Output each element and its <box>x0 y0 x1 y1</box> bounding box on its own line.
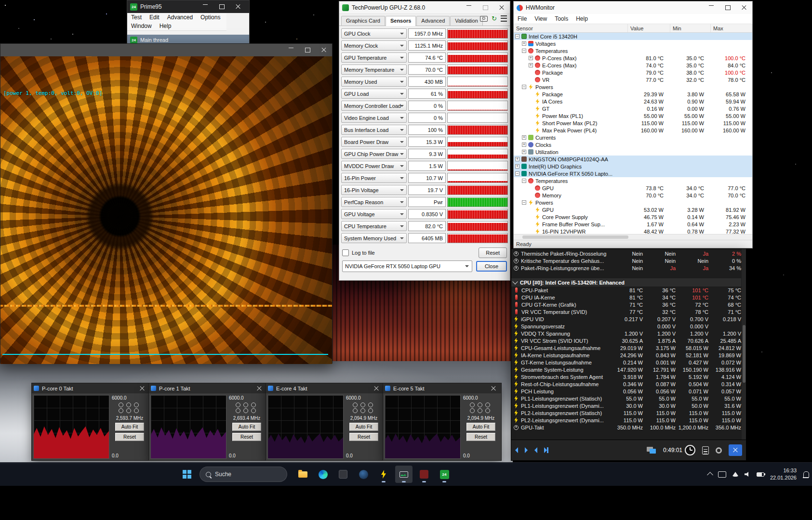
table-row[interactable]: Paket-/Ring-Leistungsgrenze übe... Nein … <box>511 264 746 272</box>
close-button[interactable] <box>136 383 148 393</box>
table-row[interactable]: GPU 73.8 °C 34.0 °C 77.0 °C <box>514 184 752 192</box>
layout-arrows-skip-icon[interactable] <box>534 446 547 454</box>
table-row[interactable]: Kritische Temperatur des Gehäus... Nein … <box>511 257 746 264</box>
hwmonitor-titlebar[interactable]: HWMonitor <box>514 1 752 14</box>
expand-toggle[interactable]: + <box>522 143 526 147</box>
expand-toggle[interactable]: − <box>522 85 526 89</box>
taskbar-app-hwinfo[interactable] <box>375 466 392 483</box>
taskbar-app-monitor[interactable] <box>395 466 413 483</box>
taskbar-app-edge[interactable] <box>314 466 332 483</box>
sensor-dropdown[interactable]: GPU Chip Power Draw <box>341 149 407 159</box>
expand-toggle[interactable]: − <box>522 49 526 53</box>
scrollbar-thumb[interactable] <box>743 325 745 383</box>
gear-icon[interactable] <box>716 447 722 454</box>
expand-toggle[interactable]: + <box>515 157 519 161</box>
table-row[interactable]: GT-Kerne Leistungsaufnahme 0.214 W 0.001… <box>511 359 746 366</box>
reset-button[interactable]: Reset <box>466 433 495 441</box>
sensor-dropdown[interactable]: Bus Interface Load <box>341 125 407 135</box>
series-selector[interactable] <box>236 403 258 413</box>
menu-item[interactable]: View <box>534 15 547 22</box>
wifi-icon[interactable] <box>732 472 739 477</box>
sensor-dropdown[interactable]: 16-Pin Power <box>341 173 407 183</box>
hidden-icons-chevron-icon[interactable] <box>707 472 713 478</box>
table-row[interactable]: IA Cores 24.63 W 0.90 W 59.94 W <box>514 98 752 105</box>
close-button[interactable] <box>729 444 742 456</box>
table-row[interactable]: − Temperatures <box>514 47 752 54</box>
scrollbar-thumb[interactable] <box>522 235 628 239</box>
volume-icon[interactable] <box>745 472 751 477</box>
taskbar-app-file-explorer[interactable] <box>294 466 311 483</box>
table-row[interactable]: + Currents <box>514 134 752 141</box>
taskbar-app-gpuz[interactable] <box>415 466 433 483</box>
sensor-dropdown[interactable]: 16-Pin Voltage <box>341 185 407 195</box>
menu-icon[interactable] <box>501 15 507 22</box>
table-row[interactable]: PL1-Leistungsgrenzwert (Dynami... 30.0 W… <box>511 402 746 409</box>
table-row[interactable]: Max Peak Power (PL4) 160.00 W 160.00 W 1… <box>514 127 752 134</box>
table-row[interactable]: VR VCC Strom (SVID IOUT) 30.625 A 1.875 … <box>511 337 746 344</box>
table-row[interactable]: CPU-Paket 81 °C 36 °C 101 °C 75 °C <box>511 286 746 294</box>
table-row[interactable]: VR VCC Temperatur (SVID) 77 °C 32 °C 78 … <box>511 308 746 315</box>
expand-toggle[interactable]: − <box>522 179 526 183</box>
sensor-dropdown[interactable]: GPU Clock <box>341 28 407 39</box>
table-row[interactable]: PL2-Leistungsgrenzwert (Dynami... 115.0 … <box>511 416 746 424</box>
horizontal-scrollbar[interactable] <box>514 234 752 240</box>
maximize-button[interactable] <box>299 48 316 52</box>
sensor-group-header[interactable]: CPU [#0]: Intel Core i5-13420H: Enhanced <box>511 278 741 286</box>
table-row[interactable]: − Powers <box>514 83 752 91</box>
table-row[interactable]: CPU IA-Kerne 81 °C 34 °C 101 °C 74 °C <box>511 294 746 301</box>
taskbar-app-prime95[interactable]: 24 <box>436 466 453 483</box>
vertical-scrollbar[interactable] <box>742 249 746 440</box>
menu-item[interactable]: Edit <box>149 14 160 21</box>
table-row[interactable]: Rest-of-Chip-Leistungsaufnahme 0.346 W 0… <box>511 380 746 388</box>
graph-window-titlebar[interactable]: E-core 4 Takt <box>266 383 384 393</box>
minimize-button[interactable] <box>283 48 299 48</box>
notification-bell-icon[interactable] <box>803 471 809 478</box>
table-row[interactable]: + E-Cores (Max) 74.0 °C 35.0 °C 84.0 °C <box>514 62 752 69</box>
column-header[interactable]: Max <box>711 24 752 32</box>
table-row[interactable]: + Intel(R) UHD Graphics <box>514 163 752 170</box>
close-button[interactable] <box>736 5 752 10</box>
series-selector[interactable] <box>470 403 492 413</box>
battery-icon[interactable] <box>757 472 764 477</box>
expand-toggle[interactable]: + <box>529 63 533 67</box>
expand-toggle[interactable]: + <box>522 150 526 154</box>
close-button[interactable] <box>488 383 499 393</box>
sensor-dropdown[interactable]: GPU Load <box>341 89 407 99</box>
minimize-button[interactable] <box>703 5 719 6</box>
expand-toggle[interactable]: + <box>522 41 526 46</box>
close-button[interactable] <box>371 383 382 393</box>
table-row[interactable]: + KINGSTON OM8PGP41024Q-AA <box>514 156 752 163</box>
table-row[interactable]: Spannungsversatz 0.000 V 0.000 V <box>511 323 746 330</box>
start-button[interactable] <box>178 466 196 483</box>
expand-toggle[interactable]: + <box>529 56 533 60</box>
reset-button[interactable]: Reset <box>232 433 261 441</box>
stress-window-titlebar[interactable] <box>0 44 332 56</box>
layout-arrows-icon[interactable] <box>515 446 528 454</box>
table-row[interactable]: PL1-Leistungsgrenzwert (Statisch) 55.0 W… <box>511 395 746 402</box>
table-row[interactable]: Frame Buffer Power Sup... 1.67 W 0.64 W … <box>514 221 752 228</box>
close-dialog-button[interactable]: Close <box>476 261 507 272</box>
table-row[interactable]: Stromverbrauch des System Agent 3.918 W … <box>511 373 746 380</box>
taskbar-clock[interactable]: 16:33 22.01.2026 <box>770 467 797 481</box>
table-row[interactable]: CPU GT-Kerne (Grafik) 71 °C 36 °C 72 °C … <box>511 301 746 308</box>
table-row[interactable]: IA-Kerne Leistungsaufnahme 24.296 W 0.84… <box>511 351 746 359</box>
table-row[interactable]: GT 0.16 W 0.00 W 0.76 W <box>514 105 752 112</box>
reset-button[interactable]: Reset <box>479 247 507 258</box>
table-row[interactable]: VDDQ TX Spannung 1.200 V 1.200 V 1.200 V… <box>511 330 746 337</box>
minimize-button[interactable] <box>197 4 213 5</box>
close-button[interactable] <box>230 4 246 9</box>
close-button[interactable] <box>316 48 332 52</box>
close-button[interactable] <box>493 5 510 10</box>
table-row[interactable]: − Temperatures <box>514 177 752 184</box>
tab[interactable]: Validation <box>450 16 483 26</box>
sensor-dropdown[interactable]: System Memory Used <box>341 233 407 243</box>
table-row[interactable]: 16-PIN 12VHPWR 48.42 W 0.78 W 77.32 W <box>514 228 752 234</box>
menu-item[interactable]: Options <box>200 14 220 21</box>
reset-button[interactable]: Reset <box>349 433 378 441</box>
table-row[interactable]: − Powers <box>514 199 752 206</box>
search-input[interactable]: Suche <box>200 467 287 482</box>
table-row[interactable]: Power Max (PL1) 55.00 W 55.00 W 55.00 W <box>514 112 752 119</box>
menu-item[interactable]: Help <box>576 15 588 22</box>
table-row[interactable]: Package 29.39 W 3.80 W 65.58 W <box>514 91 752 98</box>
screens-icon[interactable] <box>647 447 656 454</box>
